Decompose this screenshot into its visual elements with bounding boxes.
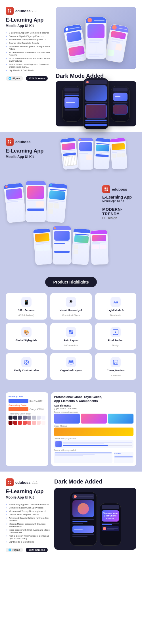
section-hero: eduboss v1.1 E-Learning App Mobile App U…: [0, 0, 142, 132]
s3-phone-1: [4, 183, 26, 223]
feature-item: Modern and Trendy Neomorphism UI: [6, 38, 51, 41]
red-4: [23, 421, 27, 425]
d-feature-item: Modern and Trendy Neomorphism UI: [6, 510, 50, 513]
color-2: [13, 416, 17, 420]
lesson-line: [114, 456, 133, 456]
d-feature-item: Profile Screen with Playback, Download O…: [6, 534, 50, 540]
mini-phone-2: [78, 138, 93, 170]
purple-phones: [52, 138, 136, 170]
svg-rect-35: [8, 483, 9, 484]
feature-item: Course with Complete Details: [6, 41, 51, 45]
phone-mock-1: [63, 24, 87, 63]
dark-line: [85, 102, 107, 103]
dark-phones-area: [56, 81, 136, 126]
svg-rect-20: [115, 332, 116, 333]
highlight-sublabel-1: (iOS & Android): [18, 314, 34, 317]
highlight-sublabel-2: Consistent Styles: [62, 314, 80, 317]
dark-secondary-phone: Discover Your Best Online Course: [100, 503, 121, 546]
section3-subtitle: Mobile App UI Kit: [102, 199, 136, 203]
s3b-screen-4: [90, 230, 108, 265]
phone-screen-1: [63, 24, 87, 63]
color-7: [37, 416, 41, 420]
progress-thumb: [55, 441, 62, 447]
color-5: [27, 416, 31, 420]
clean-icon: [110, 357, 121, 367]
brand-logo-icon: [6, 7, 14, 15]
mini-screen-2: [78, 138, 93, 170]
mini-screen-4: [110, 138, 127, 170]
profile-avatar: [87, 18, 92, 22]
mini-line: [112, 150, 125, 151]
s3b-phone-4: [90, 230, 108, 265]
cv-line: [55, 455, 83, 456]
dark-mode-added-title-2: Dark Mode Added: [54, 478, 136, 485]
feature-item: Inbox screen with Chat, Audio and Video …: [6, 57, 51, 63]
styleguide-icon: 🎨: [21, 327, 32, 337]
svg-rect-36: [10, 483, 11, 484]
course-vertical-label: Course with progress list: [54, 449, 133, 451]
mini-phone-1: [60, 137, 79, 170]
d-feature-item: Inbox screen with Chat, Audio and Video …: [6, 528, 50, 534]
content-line: [71, 58, 81, 61]
highlight-card-1: 📱 102+ Screens (iOS & Android): [6, 293, 47, 320]
s3b-phone-3: [71, 228, 91, 265]
phone-header-2: [86, 17, 106, 23]
svg-rect-11: [106, 187, 108, 189]
red-3: [18, 421, 22, 425]
highlight-label-9: Clean, Modern: [107, 369, 124, 372]
course-v-1: [54, 452, 112, 463]
dark-phone-2: [83, 78, 109, 129]
s3-phone-2: [26, 181, 46, 222]
screens-badge: 102+ Screens: [26, 76, 48, 81]
hero-right: Dark Mode Added: [56, 7, 136, 126]
svg-rect-9: [10, 142, 11, 143]
sg-main-title: Professional Global Style Guide,: [54, 395, 133, 399]
hero-phones-container: [56, 7, 136, 69]
highlight-label-7: Easily Customizable: [14, 369, 39, 372]
mini-screen-1: [60, 137, 79, 170]
phone-card: [66, 31, 82, 42]
svg-rect-3: [10, 11, 11, 12]
d-feature-item: Light Mode & Dark Mode: [6, 540, 50, 544]
primary-swatch: [9, 399, 28, 403]
phones-row: [66, 17, 126, 59]
lessons-label: Lessons: [114, 453, 133, 454]
dark-phone-1: [62, 86, 81, 122]
mini-content-2: [78, 141, 93, 161]
highlight-sublabel-6: Design: [112, 344, 119, 347]
highlight-label-6: Pixel Perfect: [108, 339, 123, 342]
course-cards-row: [54, 414, 133, 424]
feature-item: Profile Screen with Playback, Download O…: [6, 63, 51, 69]
keyboard: [63, 155, 77, 167]
red-6: [32, 421, 36, 425]
svg-rect-7: [10, 140, 11, 141]
svg-rect-6: [8, 140, 9, 141]
svg-point-28: [69, 362, 73, 364]
section3-right: eduboss E-Learning App Mobile App UI Kit…: [102, 181, 136, 222]
feature-item: Complete Sign In/Sign up Process: [6, 35, 51, 38]
brand-version-4: v1.1: [32, 481, 37, 484]
dark-secondary-screen: Discover Your Best Online Course: [100, 503, 121, 533]
phone-screen-2: [86, 17, 106, 59]
dark-screens-badge: 102+ Screens: [26, 548, 48, 552]
section3-app-title: E-Learning App: [102, 195, 136, 199]
mini-phone-4: [110, 138, 127, 170]
mini-phone-3: [93, 138, 111, 170]
dark-img-card: [85, 104, 107, 118]
section-3-inner: eduboss E-Learning App Mobile App UI Kit…: [6, 181, 136, 222]
course-vertical-row: Lessons: [54, 452, 133, 463]
modern-trendy-label: MODERN-TRENDY: [102, 207, 136, 216]
section-highlights: Product Highlights 📱 102+ Screens (iOS &…: [0, 270, 142, 387]
svg-rect-15: [71, 330, 73, 332]
dark-badges-row: Figma 102+ Screens: [6, 548, 50, 552]
app-elements-sub: (Light Mode & Dark Mode): [54, 407, 133, 409]
d-feature-item: Course with Complete Details: [6, 513, 50, 516]
highlights-grid: 📱 102+ Screens (iOS & Android) 👁 Visual …: [6, 293, 136, 380]
red-2: [13, 421, 17, 425]
svg-rect-13: [106, 189, 108, 191]
svg-rect-12: [105, 189, 106, 191]
section-dark-hero: eduboss v1.1 E-Learning App Mobile App U…: [0, 472, 142, 558]
svg-rect-34: [10, 481, 11, 482]
svg-rect-17: [71, 332, 73, 334]
d-feature-item: Modern Mentor screen with Courses and Re…: [6, 522, 50, 528]
